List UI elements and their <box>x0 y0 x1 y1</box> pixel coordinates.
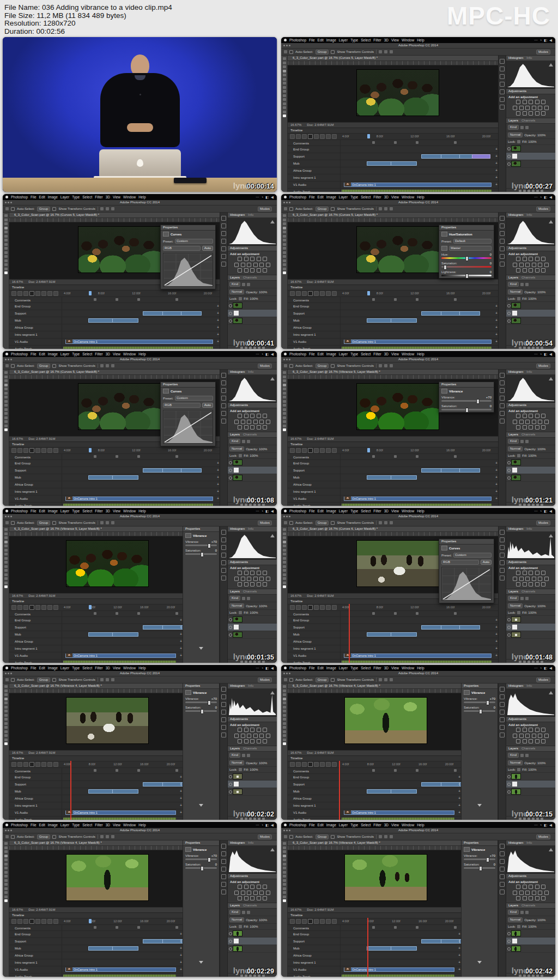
track-area[interactable]: + <box>62 488 220 495</box>
playhead[interactable] <box>367 918 368 977</box>
track-area[interactable]: + <box>62 952 183 959</box>
timeline-track-row[interactable]: Mob+ <box>9 631 183 638</box>
arrange-icon[interactable] <box>390 364 393 367</box>
comment-marker[interactable] <box>416 612 418 615</box>
slider-knob[interactable] <box>201 709 204 714</box>
show-transform-checkbox[interactable] <box>52 521 56 525</box>
track-area[interactable]: + <box>340 467 498 474</box>
layers-panel-footer[interactable] <box>228 816 277 820</box>
timeline-track-row[interactable]: Intro segment 1+ <box>9 331 220 338</box>
track-area[interactable]: + <box>340 167 498 174</box>
foreground-color-swatch[interactable] <box>283 114 286 117</box>
timeline-track-row[interactable]: V1 AudioOnCamera intro 1+ <box>288 338 498 346</box>
track-area[interactable]: + <box>62 324 220 331</box>
timeline-track-row[interactable]: Africa Group+ <box>288 481 498 488</box>
adjustment-icon[interactable] <box>516 100 520 104</box>
tool-icon[interactable] <box>4 561 8 564</box>
menu-photoshop[interactable]: Photoshop <box>289 509 306 513</box>
timeline-track-row[interactable]: Support+ <box>288 938 461 945</box>
visibility-eye-icon[interactable] <box>507 469 511 472</box>
fill-value[interactable]: Fill: 100% <box>522 768 536 771</box>
document-tab[interactable]: 6_3_Color_Scan part @ 16.7% (Vibrance 4,… <box>9 683 183 689</box>
filter-type-icon[interactable] <box>247 911 250 914</box>
layer-row[interactable] <box>228 467 277 474</box>
transport-button[interactable] <box>17 605 22 610</box>
menu-bar-status-icons[interactable]: ⋯ ◔ ◧ ◀ <box>534 509 553 513</box>
toolbar[interactable] <box>3 527 9 663</box>
tool-icon[interactable] <box>283 412 286 415</box>
tab-layers[interactable]: Layers <box>508 746 518 751</box>
timeline-tab[interactable]: Timeline <box>288 128 498 134</box>
adjustment-icon[interactable] <box>247 420 251 424</box>
timeline-track-row[interactable]: End Group+ <box>9 774 183 781</box>
menu-layer[interactable]: Layer <box>339 195 348 199</box>
toolbar[interactable] <box>3 213 9 349</box>
layer-thumbnail[interactable] <box>512 931 520 936</box>
adjustment-icon[interactable] <box>244 257 248 261</box>
warning-icon[interactable] <box>549 220 553 223</box>
adjustment-icon[interactable] <box>244 268 248 273</box>
video-clip[interactable] <box>88 475 138 480</box>
timeline-track-row[interactable]: Africa Group+ <box>9 324 220 331</box>
slider-track[interactable] <box>464 858 495 860</box>
tool-icon[interactable] <box>4 879 8 882</box>
visibility-eye-icon[interactable] <box>229 947 232 951</box>
clip-to-layer-icon[interactable] <box>441 546 447 551</box>
menu-help[interactable]: Help <box>138 823 145 827</box>
add-media-button[interactable]: + <box>458 788 460 795</box>
document-tab[interactable]: 6_3_Color_Scan part @ 16.7% (Vibrance 5,… <box>288 370 498 375</box>
tool-icon[interactable] <box>4 247 8 250</box>
lock-icon[interactable] <box>517 297 520 300</box>
transport-button[interactable] <box>53 919 58 924</box>
menu-image[interactable]: Image <box>326 352 336 356</box>
timeline-track-row[interactable]: Mob+ <box>9 788 183 795</box>
menu-bar-status-icons[interactable]: ⋯ ◔ ◧ ◀ <box>256 823 274 827</box>
layer-row[interactable] <box>506 474 555 482</box>
track-area[interactable] <box>62 297 220 303</box>
track-area[interactable] <box>340 768 461 773</box>
layer-row[interactable] <box>228 616 277 624</box>
visibility-eye-icon[interactable] <box>229 932 232 935</box>
comment-marker[interactable] <box>175 926 178 929</box>
visibility-eye-icon[interactable] <box>229 775 232 778</box>
tab-info[interactable]: Info <box>248 840 253 845</box>
add-media-button[interactable]: + <box>180 809 182 816</box>
tool-icon[interactable] <box>4 400 8 403</box>
distribute-icon[interactable] <box>384 521 387 524</box>
track-area[interactable]: + <box>62 617 183 624</box>
distribute-icon[interactable] <box>106 521 109 524</box>
transport-button[interactable] <box>332 134 337 139</box>
transport-button[interactable] <box>290 762 295 767</box>
show-transform-checkbox[interactable] <box>52 678 56 682</box>
tool-icon[interactable] <box>283 871 286 874</box>
tool-icon[interactable] <box>4 706 8 709</box>
timeline-track-row[interactable]: Intro segment 1+ <box>288 802 461 809</box>
zoom-level[interactable]: 16.67% <box>12 594 23 598</box>
slider-track[interactable] <box>185 858 217 860</box>
properties-panel-header[interactable]: Properties <box>439 225 494 231</box>
panel-icon[interactable] <box>500 262 505 267</box>
properties-panel-header[interactable]: Properties <box>161 382 215 388</box>
adjustment-icon[interactable] <box>250 885 254 889</box>
filter-pixel-icon[interactable] <box>520 440 524 443</box>
show-transform-checkbox[interactable] <box>331 521 335 525</box>
timeline-track-row[interactable]: Intro segment 1+ <box>9 959 183 966</box>
menu-image[interactable]: Image <box>48 823 58 827</box>
menu-filter[interactable]: Filter <box>373 352 381 356</box>
visibility-eye-icon[interactable] <box>229 469 232 472</box>
scroll-down-icon[interactable] <box>477 961 482 964</box>
distribute-icon[interactable] <box>384 835 387 838</box>
window-controls[interactable] <box>283 830 290 831</box>
transport-button[interactable] <box>326 448 331 453</box>
menu-type[interactable]: Type <box>72 509 80 513</box>
adjustment-icon[interactable] <box>535 739 539 743</box>
menu-image[interactable]: Image <box>48 352 58 356</box>
tool-icon[interactable] <box>4 255 8 258</box>
adjustment-icon[interactable] <box>253 891 258 895</box>
adjustment-icon[interactable] <box>259 263 264 267</box>
menu-help[interactable]: Help <box>417 352 424 356</box>
adjustment-icon[interactable] <box>532 106 536 110</box>
track-area[interactable]: + <box>340 631 498 638</box>
track-area[interactable]: + <box>62 331 220 338</box>
oncamera-clip[interactable]: OnCamera intro 1 <box>344 183 492 187</box>
